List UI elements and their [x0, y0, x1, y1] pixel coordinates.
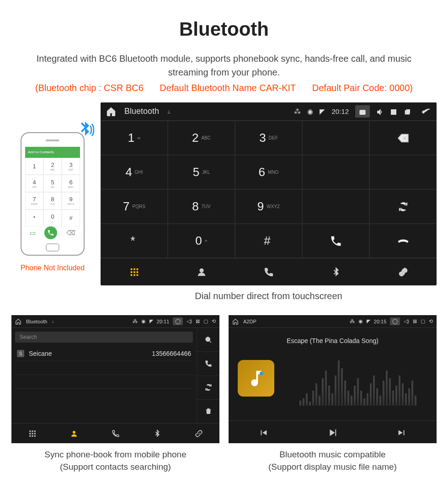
svg-rect-5: [133, 268, 135, 270]
usb-icon: ⟂: [52, 319, 54, 324]
bluetooth-tab[interactable]: [302, 258, 369, 285]
dial-key-4[interactable]: 4GHI: [101, 155, 168, 189]
location-icon: ◉: [307, 107, 313, 116]
spec-code: Default Pair Code: 0000): [312, 83, 413, 93]
svg-rect-20: [34, 433, 35, 434]
phone-key: 1: [25, 158, 43, 175]
end-call-button[interactable]: [369, 224, 437, 258]
dial-key-8[interactable]: 8TUV: [168, 189, 235, 224]
volume-icon[interactable]: [376, 107, 384, 115]
redial-button[interactable]: [369, 189, 437, 224]
prev-track-button[interactable]: [258, 426, 268, 438]
delete-button[interactable]: [197, 400, 219, 423]
dial-key-5[interactable]: 5JKL: [168, 155, 235, 189]
phone-mockup: Add to Contacts 12ABC3DEF4GHI5JKL6MNO7PQ…: [21, 132, 85, 256]
phone-key: 9WXYZ: [62, 192, 80, 209]
svg-rect-21: [29, 435, 31, 436]
contacts-caption: Sync phone-book from mobile phone (Suppo…: [11, 449, 219, 473]
screenshot-icon[interactable]: ◯: [390, 317, 400, 325]
music-head-unit: A2DP ⁂ ◉ ◤ 20:15 ◯ ◁) ⊠ ▢ ⟲ Escape (The …: [229, 315, 437, 443]
recent-apps-icon[interactable]: ▢: [421, 318, 425, 324]
sync-button[interactable]: [197, 376, 219, 400]
empty-cell: [369, 155, 437, 189]
app-title: A2DP: [243, 319, 256, 324]
contacts-tab[interactable]: [168, 258, 235, 285]
dialpad-tab[interactable]: [11, 424, 53, 443]
backspace-button[interactable]: [369, 121, 437, 155]
dial-key-7[interactable]: 7PQRS: [101, 189, 168, 224]
pairing-tab[interactable]: [178, 424, 219, 443]
search-button[interactable]: [197, 328, 219, 352]
play-pause-button[interactable]: [327, 426, 337, 438]
call-button[interactable]: [197, 352, 219, 376]
back-icon[interactable]: ⟲: [429, 318, 433, 324]
bluetooth-wave-icon: [75, 119, 95, 140]
empty-cell: [302, 121, 369, 155]
message-icon: ▭: [30, 229, 36, 236]
close-icon[interactable]: ⊠: [196, 318, 200, 324]
svg-rect-19: [32, 433, 33, 434]
call-history-tab[interactable]: [95, 424, 136, 443]
recent-apps-icon[interactable]: [404, 107, 411, 115]
svg-rect-15: [29, 430, 31, 432]
home-icon[interactable]: [232, 318, 239, 324]
dial-key-0[interactable]: 0+: [168, 224, 235, 258]
dial-key-1[interactable]: 1∞: [101, 121, 168, 155]
wifi-icon: ◤: [149, 318, 153, 324]
dial-key-#[interactable]: #: [235, 224, 302, 258]
call-button[interactable]: [302, 224, 369, 258]
svg-point-13: [200, 268, 203, 272]
close-icon[interactable]: [390, 107, 397, 115]
usb-icon: ⟂: [167, 108, 171, 115]
svg-rect-7: [130, 271, 132, 273]
location-icon: ◉: [141, 318, 146, 324]
back-icon[interactable]: [421, 107, 431, 117]
svg-rect-23: [34, 435, 35, 436]
svg-point-1: [361, 111, 363, 113]
svg-rect-11: [133, 274, 135, 276]
app-title: Bluetooth: [124, 107, 159, 116]
dial-key-*[interactable]: *: [101, 224, 168, 258]
home-icon[interactable]: [106, 107, 116, 117]
svg-rect-10: [130, 274, 132, 276]
album-art-icon: [238, 360, 274, 397]
next-track-button[interactable]: [397, 426, 407, 438]
bluetooth-status-icon: ⁂: [294, 107, 301, 116]
spec-name: Default Bluetooth Name CAR-KIT: [160, 83, 296, 93]
svg-rect-9: [136, 271, 138, 273]
backspace-icon: ⌫: [66, 229, 75, 236]
clock-text: 20:11: [157, 319, 170, 324]
screenshot-icon[interactable]: ◯: [173, 317, 183, 325]
home-icon[interactable]: [15, 318, 21, 324]
bluetooth-tab[interactable]: [136, 424, 178, 443]
dial-key-9[interactable]: 9WXYZ: [235, 189, 302, 224]
contacts-head-unit: Bluetooth ⟂ ⁂ ◉ ◤ 20:11 ◯ ◁) ⊠ ▢ ⟲: [11, 315, 219, 443]
contacts-tab[interactable]: [53, 424, 95, 443]
volume-icon[interactable]: ◁): [187, 318, 192, 324]
phone-key: 3DEF: [62, 158, 80, 175]
phone-key: 4GHI: [25, 175, 43, 192]
phone-key: *: [25, 209, 43, 227]
screenshot-icon[interactable]: [355, 105, 370, 117]
dial-key-2[interactable]: 2ABC: [168, 121, 235, 155]
volume-icon[interactable]: ◁): [404, 318, 409, 324]
contact-row[interactable]: S Seicane 13566664466: [15, 346, 193, 361]
close-icon[interactable]: ⊠: [413, 318, 417, 324]
clock-text: 20:15: [374, 319, 387, 324]
svg-point-25: [260, 371, 263, 375]
wifi-icon: ◤: [320, 107, 325, 116]
phone-key: 2ABC: [43, 158, 62, 175]
svg-rect-22: [32, 435, 33, 436]
svg-rect-17: [34, 430, 35, 432]
svg-rect-8: [133, 271, 135, 273]
pairing-tab[interactable]: [369, 258, 437, 285]
dialpad-tab[interactable]: [101, 258, 168, 285]
search-input[interactable]: Search: [15, 332, 193, 343]
recent-apps-icon[interactable]: ▢: [203, 318, 208, 324]
page-title: Bluetooth: [11, 18, 437, 40]
phone-key: 0+: [43, 209, 62, 227]
dial-key-6[interactable]: 6MNO: [235, 155, 302, 189]
back-icon[interactable]: ⟲: [212, 318, 216, 324]
call-history-tab[interactable]: [235, 258, 302, 285]
dial-key-3[interactable]: 3DEF: [235, 121, 302, 155]
